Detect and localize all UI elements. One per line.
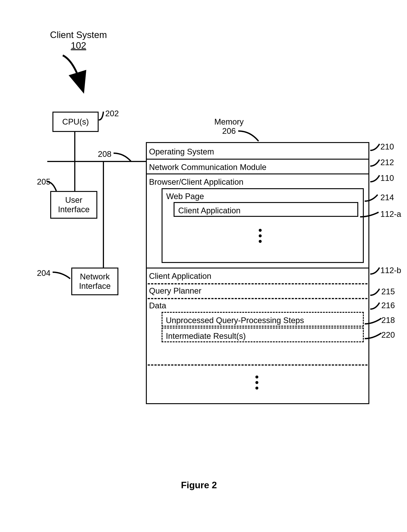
ref-216: 216: [381, 301, 395, 310]
intermediate-label: Intermediate Result(s): [164, 331, 248, 341]
ref-112a: 112-a: [380, 209, 401, 219]
row-os: Operating System: [147, 143, 368, 160]
data-label: Data: [147, 300, 168, 311]
bus-ref: 208: [98, 150, 111, 159]
ref-215: 215: [381, 287, 395, 296]
net-stub-line: [102, 161, 104, 268]
clientapp-inner-box: Client Application: [174, 202, 358, 217]
cpu-label: CPU(s): [62, 117, 89, 127]
os-label: Operating System: [147, 146, 216, 157]
bus-ref-connector: [113, 151, 135, 164]
title-block: Client System 102: [49, 30, 108, 51]
client-system-label: Client System: [50, 30, 107, 40]
cpu-ref: 202: [105, 109, 119, 118]
ui-stub-line: [74, 161, 76, 192]
memory-box: Operating System Network Communication M…: [146, 142, 369, 404]
unprocessed-label: Unprocessed Query-Processing Steps: [164, 315, 306, 326]
row-clientapp-out: Client Application: [147, 268, 368, 283]
title-arrow: [57, 53, 94, 94]
ref-218: 218: [381, 316, 395, 325]
row-browser: Browser/Client Application Web Page Clie…: [147, 174, 368, 268]
figure-caption: Figure 2: [181, 480, 217, 490]
div-lower: [148, 365, 368, 365]
user-interface-block: User Interface: [50, 191, 97, 219]
bus-line: [47, 160, 154, 162]
cpu-bus-line: [74, 132, 76, 161]
network-interface-ref: 204: [37, 268, 50, 278]
webpage-box: Web Page Client Application: [162, 188, 364, 263]
intermediate-box: Intermediate Result(s): [162, 327, 364, 342]
clientapp-out-label: Client Application: [147, 271, 214, 281]
memory-ref-connector: [237, 129, 261, 142]
queryplanner-label: Query Planner: [147, 285, 204, 296]
webpage-label: Web Page: [164, 191, 206, 202]
netcomm-label: Network Communication Module: [147, 162, 269, 173]
cpu-block: CPU(s): [52, 112, 99, 132]
client-system-ref: 102: [71, 40, 86, 51]
ui-ref-connector: [46, 181, 61, 194]
browser-label: Browser/Client Application: [147, 177, 246, 187]
memory-ellipsis: [255, 375, 258, 389]
clientapp-inner-label: Client Application: [176, 205, 243, 216]
ref-112b: 112-b: [380, 266, 401, 275]
unprocessed-box: Unprocessed Query-Processing Steps: [162, 312, 364, 327]
net-ref-connector: [52, 271, 72, 282]
ref-214: 214: [380, 193, 394, 202]
ref-210: 210: [380, 142, 394, 151]
webpage-ellipsis: [259, 229, 262, 243]
ref-212: 212: [380, 158, 394, 167]
page: Client System 102 CPU(s) 202 208 User In…: [0, 0, 407, 532]
memory-label: Memory: [214, 117, 244, 126]
network-interface-label: Network Interface: [79, 272, 111, 291]
ref-conn-112a: [359, 211, 381, 222]
memory-ref: 206: [222, 126, 236, 136]
ref-conn-214: [364, 194, 380, 207]
ref-110: 110: [380, 174, 394, 183]
network-interface-block: Network Interface: [71, 267, 118, 295]
user-interface-label: User Interface: [58, 195, 90, 214]
row-netcomm: Network Communication Module: [147, 160, 368, 174]
ref-220: 220: [381, 330, 395, 340]
row-query-planner: Query Planner: [147, 283, 368, 298]
div-qp-data: [148, 298, 368, 299]
